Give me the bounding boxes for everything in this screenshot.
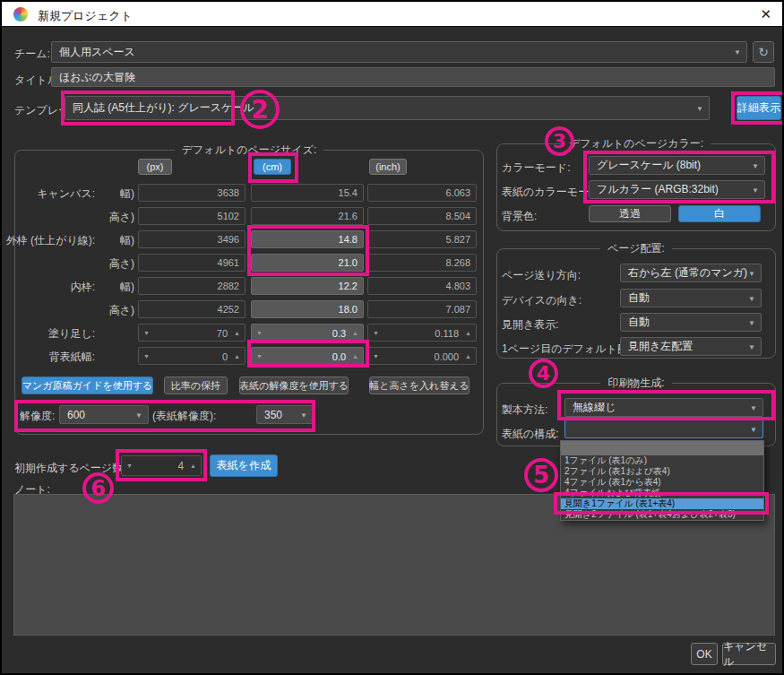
page-direction-dropdown[interactable]: 右から左 (通常のマンガ) ▼ <box>620 264 762 282</box>
canvas-width-px: 3638 <box>138 184 246 202</box>
color-mode-dropdown[interactable]: グレースケール (8bit) ▼ <box>589 156 765 175</box>
spinner-down-icon: ▼ <box>143 330 150 336</box>
spinner-up-icon: ▲ <box>352 330 358 336</box>
team-value: 個人用スペース <box>59 45 135 60</box>
outer-frame-width-inch: 5.827 <box>367 230 477 248</box>
team-dropdown[interactable]: 個人用スペース ▼ <box>51 41 747 63</box>
unit-cm-button[interactable]: (cm) <box>254 159 291 175</box>
create-cover-button[interactable]: 表紙を作成 <box>210 454 278 477</box>
team-label: チーム: <box>14 47 50 62</box>
canvas-height-inch: 8.504 <box>367 207 477 225</box>
cover-color-mode-dropdown[interactable]: フルカラー (ARGB:32bit) ▼ <box>589 180 765 199</box>
initial-pages-stepper[interactable]: ▼ 4 ▲ <box>121 455 202 476</box>
spinner-down-icon: ▼ <box>143 353 150 359</box>
chevron-down-icon: ▼ <box>750 403 757 411</box>
app-icon <box>13 7 28 22</box>
use-manga-guide-button[interactable]: マンガ原稿ガイドを使用する <box>22 376 153 394</box>
bleed-label: 塗り足し: <box>11 326 134 342</box>
chevron-down-icon: ▼ <box>752 186 759 194</box>
page-color-legend: デフォルトのページカラー: <box>562 136 711 151</box>
cover-resolution-dropdown[interactable]: 350 ▼ <box>256 405 314 424</box>
inner-frame-width-label: 内枠:幅) <box>11 280 134 295</box>
option-item[interactable]: 見開き2ファイル (表1+表4および表2+表3) <box>561 509 763 520</box>
cancel-button[interactable]: キャンセル <box>722 643 776 665</box>
chevron-down-icon: ▼ <box>748 269 755 277</box>
inner-frame-height-inch: 7.087 <box>367 300 477 318</box>
chevron-down-icon: ▼ <box>696 104 703 112</box>
canvas-height-label: 高さ) <box>11 210 134 225</box>
template-dropdown[interactable]: 同人誌 (A5仕上がり): グレースケール ▼ <box>65 96 710 120</box>
use-cover-resolution-button[interactable]: 表紙の解像度を使用する <box>239 376 349 394</box>
outer-frame-height-inch: 8.268 <box>367 254 477 272</box>
binding-method-label: 製本方法: <box>502 402 547 418</box>
spine-width-label: 背表紙幅: <box>11 350 134 365</box>
spinner-down-icon: ▼ <box>256 353 263 359</box>
binding-method-dropdown[interactable]: 無線綴じ ▼ <box>564 398 763 417</box>
resolution-dropdown[interactable]: 600 ▼ <box>59 405 149 424</box>
background-color-label: 背景色: <box>502 209 537 224</box>
page-direction-label: ページ送り方向: <box>502 268 581 283</box>
spinner-up-icon: ▲ <box>234 330 240 336</box>
outer-frame-width-px: 3496 <box>138 230 246 248</box>
canvas-width-label: キャンバス:幅) <box>11 186 134 202</box>
color-mode-label: カラーモード: <box>502 160 570 176</box>
spinner-down-icon: ▼ <box>256 330 263 336</box>
inner-frame-width-px: 2882 <box>138 277 246 295</box>
spine-cm-stepper[interactable]: ▼ 0.0 ▲ <box>251 347 364 365</box>
option-item[interactable]: 1ファイル (表1のみ) <box>561 455 763 466</box>
device-orientation-label: デバイスの向き: <box>502 293 582 308</box>
spinner-up-icon: ▲ <box>465 330 471 336</box>
cover-resolution-label: (表紙解像度): <box>152 409 216 424</box>
spread-view-dropdown[interactable]: 自動 ▼ <box>620 313 762 332</box>
option-item[interactable]: 2ファイル (表1および表4) <box>561 466 763 477</box>
blank-option[interactable] <box>561 441 763 455</box>
spine-px-stepper[interactable]: ▼ 0 ▲ <box>138 347 246 365</box>
spinner-up-icon: ▲ <box>465 353 471 359</box>
refresh-button[interactable]: ↻ <box>753 41 774 63</box>
swap-width-height-button[interactable]: 幅と高さを入れ替える <box>369 376 470 394</box>
refresh-icon: ↻ <box>758 45 769 59</box>
bleed-px-stepper[interactable]: ▼ 70 ▲ <box>138 324 246 342</box>
chevron-down-icon: ▼ <box>750 425 757 433</box>
outer-frame-width-label: 外枠 (仕上がり線):幅) <box>11 233 134 248</box>
spinner-up-icon: ▲ <box>352 353 358 359</box>
new-project-dialog: 新規プロジェクト ✕ チーム: 個人用スペース ▼ ↻ タイトル: ほおぶの大冒… <box>0 0 784 675</box>
ok-button[interactable]: OK <box>691 643 718 665</box>
chevron-down-icon: ▼ <box>135 411 142 419</box>
unit-inch-button[interactable]: (inch) <box>369 159 407 175</box>
bleed-inch-stepper[interactable]: ▼ 0.118 ▲ <box>367 324 477 342</box>
option-item[interactable]: 4ファイル (表1から表4) <box>561 477 763 488</box>
canvas-height-cm: 21.6 <box>251 207 364 225</box>
keep-ratio-button[interactable]: 比率の保持 <box>164 376 228 394</box>
page-size-legend: デフォルトのページサイズ: <box>175 143 323 158</box>
bleed-cm-stepper[interactable]: ▼ 0.3 ▲ <box>251 324 364 342</box>
device-orientation-dropdown[interactable]: 自動 ▼ <box>620 289 762 307</box>
outer-frame-height-cm[interactable]: 21.0 <box>251 254 364 272</box>
close-icon[interactable]: ✕ <box>760 6 771 22</box>
outer-frame-width-cm[interactable]: 14.8 <box>251 230 364 248</box>
cover-structure-option-list: 1ファイル (表1のみ) 2ファイル (表1および表4) 4ファイル (表1から… <box>560 440 764 521</box>
cover-structure-dropdown[interactable]: ▼ <box>564 420 763 438</box>
first-page-position-dropdown[interactable]: 見開き左配置 ▼ <box>620 337 762 356</box>
spine-inch-stepper[interactable]: ▼ 0.000 ▲ <box>367 347 477 365</box>
canvas-width-cm: 15.4 <box>251 184 364 202</box>
option-item-selected[interactable]: 見開き1ファイル (表1+表4) <box>561 498 763 509</box>
inner-frame-height-cm[interactable]: 18.0 <box>251 300 364 318</box>
unit-px-button[interactable]: (px) <box>138 159 172 175</box>
template-value: 同人誌 (A5仕上がり): グレースケール <box>73 100 254 116</box>
spinner-up-icon: ▲ <box>190 463 196 469</box>
option-item[interactable]: 4ファイルおよび背表紙 <box>561 488 763 498</box>
spinner-down-icon: ▼ <box>126 463 133 469</box>
annotation-step-5: 5 <box>524 458 558 492</box>
print-generation-legend: 印刷物生成: <box>600 376 671 391</box>
canvas-height-px: 5102 <box>138 207 246 225</box>
inner-frame-width-cm[interactable]: 12.2 <box>251 277 364 295</box>
bg-white-button[interactable]: 白 <box>678 205 761 222</box>
outer-frame-height-label: 高さ) <box>11 256 134 272</box>
spinner-up-icon: ▲ <box>234 353 240 359</box>
bg-transparent-button[interactable]: 透過 <box>589 205 671 222</box>
detail-view-button[interactable]: 詳細表示 <box>737 96 781 120</box>
inner-frame-width-inch: 4.803 <box>367 277 477 295</box>
project-title-input[interactable]: ほおぶの大冒険 <box>51 67 775 87</box>
chevron-down-icon: ▼ <box>748 342 755 350</box>
